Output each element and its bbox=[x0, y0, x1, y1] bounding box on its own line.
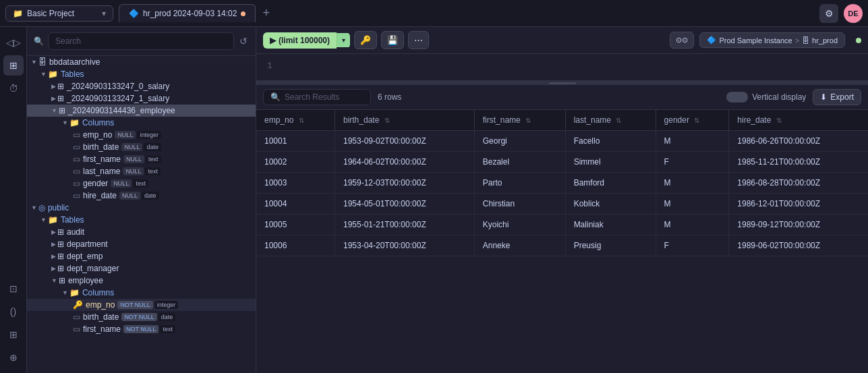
cell-birth_date: 1955-01-21T00:00:00Z bbox=[335, 214, 474, 235]
expand-icon[interactable]: ▼ bbox=[31, 59, 37, 65]
results-search-bar[interactable]: 🔍 Search Results bbox=[263, 89, 371, 105]
tree-item-last-name[interactable]: ▭ last_name NULL text bbox=[27, 165, 256, 177]
toggle-switch[interactable] bbox=[726, 92, 748, 103]
tree-item-audit[interactable]: ▶ ⊞ audit bbox=[27, 226, 256, 238]
vertical-display-toggle[interactable]: Vertical display bbox=[726, 92, 806, 103]
tab-label: hr_prod 2024-09-03 14:02 bbox=[143, 9, 237, 18]
table-row[interactable]: 100031959-12-03T00:00:00ZPartoBamfordM19… bbox=[256, 173, 868, 194]
expand-icon[interactable]: ▼ bbox=[62, 119, 68, 126]
tree-item-birth-date[interactable]: ▭ birth_date NULL date bbox=[27, 141, 256, 153]
project-selector[interactable]: 📁 Basic Project ▾ bbox=[5, 5, 113, 22]
expand-icon[interactable]: ▼ bbox=[40, 217, 47, 223]
project-chevron: ▾ bbox=[102, 9, 106, 18]
connection-status-dot bbox=[856, 38, 861, 43]
tree-item-emp-no-pub[interactable]: 🔑 emp_no NOT NULL integer bbox=[27, 299, 256, 311]
expand-icon[interactable]: ▶ bbox=[51, 241, 56, 248]
cell-hire_date: 1985-11-21T00:00:00Z bbox=[729, 152, 868, 173]
sidebar-icon-grid[interactable]: ⊞ bbox=[3, 324, 24, 345]
run-dropdown-button[interactable]: ▾ bbox=[337, 33, 350, 47]
type-badge: integer bbox=[137, 131, 161, 139]
tree-item-salary1[interactable]: ▶ ⊞ _20240903133247_1_salary bbox=[27, 92, 256, 105]
key-icon: 🔑 bbox=[73, 300, 83, 310]
tree-item-first-name[interactable]: ▭ first_name NULL text bbox=[27, 153, 256, 165]
prod-icon: 🔷 bbox=[707, 36, 716, 45]
tree-item-salary0[interactable]: ▶ ⊞ _20240903133247_0_salary bbox=[27, 80, 256, 92]
cell-hire_date: 1989-09-12T00:00:00Z bbox=[729, 214, 868, 235]
tree-scroll-area[interactable]: ▼ 🗄 bbdataarchive ▼ 📁 Tables ▶ ⊞ _202409… bbox=[27, 56, 256, 373]
table-row[interactable]: 100061953-04-20T00:00:00ZAnnekePreusigF1… bbox=[256, 235, 868, 256]
instance-label: Prod Sample Instance bbox=[719, 36, 792, 45]
tree-item-public[interactable]: ▼ ◎ public bbox=[27, 202, 256, 214]
col-header-emp-no[interactable]: emp_no ⇅ bbox=[256, 110, 335, 131]
user-avatar[interactable]: DE bbox=[844, 4, 863, 23]
expand-icon[interactable]: ▶ bbox=[51, 83, 56, 90]
type-badge: text bbox=[133, 179, 148, 188]
main-tab[interactable]: 🔷 hr_prod 2024-09-03 14:02 bbox=[119, 4, 256, 22]
col-header-gender[interactable]: gender ⇅ bbox=[656, 110, 729, 131]
sort-icon: ⇅ bbox=[616, 117, 621, 124]
expand-icon[interactable]: ▼ bbox=[51, 277, 57, 284]
key-button[interactable]: 🔑 bbox=[354, 31, 377, 49]
expand-icon[interactable]: ▼ bbox=[51, 107, 57, 114]
tree-search-input[interactable] bbox=[48, 32, 234, 50]
tree-item-employee-public[interactable]: ▼ ⊞ employee bbox=[27, 275, 256, 287]
tree-item-columns-1[interactable]: ▼ 📁 Columns bbox=[27, 117, 256, 129]
query-editor[interactable]: 1 bbox=[256, 54, 868, 81]
tree-item-columns-2[interactable]: ▼ 📁 Columns bbox=[27, 287, 256, 299]
table-icon: ⊞ bbox=[57, 252, 64, 261]
tree-label: dept_manager bbox=[67, 264, 119, 273]
save-button[interactable]: 💾 bbox=[381, 31, 404, 49]
sidebar-icon-merge[interactable]: ⊕ bbox=[3, 347, 24, 368]
expand-icon[interactable]: ▶ bbox=[51, 95, 56, 102]
tree-item-dept-emp[interactable]: ▶ ⊞ dept_emp bbox=[27, 250, 256, 262]
cell-gender: M bbox=[656, 131, 729, 152]
tree-item-hire-date[interactable]: ▭ hire_date NULL date bbox=[27, 190, 256, 202]
filter-icon: ⊡ bbox=[9, 283, 18, 294]
tree-item-first-name-pub[interactable]: ▭ first_name NOT NULL text bbox=[27, 323, 256, 335]
expand-icon[interactable]: ▼ bbox=[62, 289, 68, 296]
inspect-button[interactable]: ⊙⊙ bbox=[670, 32, 694, 49]
share-button[interactable]: ⋯ bbox=[408, 31, 429, 49]
table-row[interactable]: 100021964-06-02T00:00:00ZBezalelSimmelF1… bbox=[256, 152, 868, 173]
refresh-button[interactable]: ↺ bbox=[238, 34, 249, 48]
instance-badge[interactable]: 🔷 Prod Sample Instance > 🗄 hr_prod bbox=[699, 32, 845, 48]
tree-item-birth-date-pub[interactable]: ▭ birth_date NOT NULL date bbox=[27, 311, 256, 323]
col-header-hire-date[interactable]: hire_date ⇅ bbox=[729, 110, 868, 131]
expand-icon[interactable]: ▶ bbox=[51, 229, 56, 235]
tree-label: _20240903144436_employee bbox=[68, 106, 175, 115]
export-button[interactable]: ⬇ Export bbox=[813, 89, 861, 105]
tree-item-tables-2[interactable]: ▼ 📁 Tables bbox=[27, 214, 256, 226]
expand-icon[interactable]: ▶ bbox=[51, 265, 56, 272]
settings-button[interactable]: ⚙ bbox=[819, 4, 838, 23]
tree-item-bbdataarchive[interactable]: ▼ 🗄 bbdataarchive bbox=[27, 56, 256, 68]
sidebar-icon-history[interactable]: ⏱ bbox=[3, 78, 24, 98]
results-table: emp_no ⇅ birth_date ⇅ first_name ⇅ last_… bbox=[256, 110, 868, 256]
sidebar-icon-code[interactable]: () bbox=[3, 302, 24, 322]
run-button[interactable]: ▶ (limit 100000) bbox=[263, 32, 337, 49]
tree-item-dept-manager[interactable]: ▶ ⊞ dept_manager bbox=[27, 262, 256, 275]
expand-icon[interactable]: ▼ bbox=[31, 204, 37, 211]
table-row[interactable]: 100041954-05-01T00:00:00ZChirstianKoblic… bbox=[256, 194, 868, 214]
query-toolbar: ▶ (limit 100000) ▾ 🔑 💾 ⋯ ⊙⊙ 🔷 Prod Sampl… bbox=[256, 27, 868, 54]
expand-icon[interactable]: ▶ bbox=[51, 253, 56, 260]
sidebar-icon-database[interactable]: ⊞ bbox=[3, 55, 24, 76]
folder-icon: 📁 bbox=[48, 215, 58, 225]
col-header-last-name[interactable]: last_name ⇅ bbox=[565, 110, 656, 131]
export-label: Export bbox=[830, 92, 854, 102]
col-header-birth-date[interactable]: birth_date ⇅ bbox=[335, 110, 474, 131]
results-table-container[interactable]: emp_no ⇅ birth_date ⇅ first_name ⇅ last_… bbox=[256, 110, 868, 373]
table-row[interactable]: 100011953-09-02T00:00:00ZGeorgiFacelloM1… bbox=[256, 131, 868, 152]
sidebar-icon-explorer[interactable]: ◁▷ bbox=[3, 32, 24, 53]
tree-item-gender[interactable]: ▭ gender NULL text bbox=[27, 177, 256, 190]
tree-item-department[interactable]: ▶ ⊞ department bbox=[27, 238, 256, 250]
tree-item-employee-table[interactable]: ▼ ⊞ _20240903144436_employee bbox=[27, 105, 256, 117]
expand-icon[interactable]: ▼ bbox=[40, 71, 47, 78]
tree-item-emp-no[interactable]: ▭ emp_no NULL integer bbox=[27, 129, 256, 141]
sidebar-icon-filter[interactable]: ⊡ bbox=[3, 279, 24, 299]
add-tab-button[interactable]: + bbox=[258, 5, 274, 22]
table-row[interactable]: 100051955-01-21T00:00:00ZKyoichiMaliniak… bbox=[256, 214, 868, 235]
col-header-first-name[interactable]: first_name ⇅ bbox=[474, 110, 565, 131]
tree-item-tables-1[interactable]: ▼ 📁 Tables bbox=[27, 68, 256, 80]
folder-icon: 📁 bbox=[48, 69, 58, 79]
separator: > bbox=[795, 36, 799, 45]
